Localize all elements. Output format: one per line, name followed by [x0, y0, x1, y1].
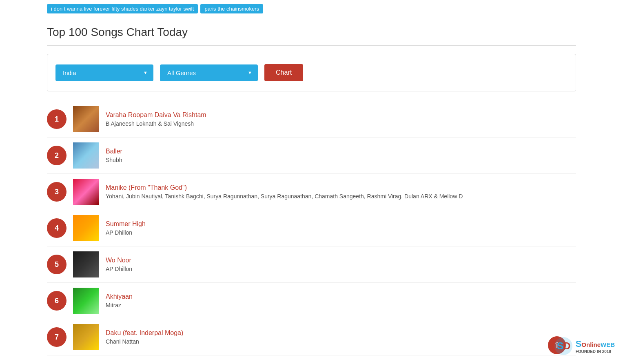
logo-web: WEB [601, 341, 615, 348]
song-rank: 5 [47, 255, 67, 274]
table-row: 6 Akhiyaan Mitraz [47, 283, 576, 319]
song-info: Varaha Roopam Daiva Va Rishtam B Ajanees… [106, 111, 576, 127]
logo-founded: FOUNDED IN 2018 [576, 349, 615, 354]
tags-bar: i don t wanna live forever fifty shades … [0, 0, 623, 18]
genre-select[interactable]: All GenresPopRockHip HopR&BCountryElectr… [160, 64, 258, 81]
chart-button[interactable]: Chart [264, 64, 303, 81]
song-artist: Mitraz [106, 302, 576, 309]
song-title[interactable]: Varaha Roopam Daiva Va Rishtam [106, 111, 576, 119]
song-thumbnail [73, 324, 99, 350]
page-title: Top 100 Songs Chart Today [47, 26, 576, 39]
site-logo: S D SOnlineWEB FOUNDED IN 2018 [554, 336, 615, 356]
divider [47, 45, 576, 46]
song-rank: 6 [47, 291, 67, 311]
table-row: 4 Summer High AP Dhillon [47, 210, 576, 246]
song-title[interactable]: Baller [106, 148, 576, 155]
song-rank: 7 [47, 327, 67, 347]
song-rank: 1 [47, 109, 67, 129]
song-info: Wo Noor AP Dhillon [106, 257, 576, 272]
song-artist: Shubh [106, 157, 576, 163]
song-artist: AP Dhillon [106, 229, 576, 236]
song-title[interactable]: Daku (feat. Inderpal Moga) [106, 329, 576, 337]
song-rank: 2 [47, 146, 67, 165]
main-content: Top 100 Songs Chart Today IndiaUSAUKAust… [0, 18, 623, 364]
song-rank: 3 [47, 182, 67, 202]
song-thumbnail [73, 251, 99, 277]
tag-item[interactable]: paris the chainsmokers [200, 4, 263, 13]
filter-box: IndiaUSAUKAustraliaCanada All GenresPopR… [47, 54, 576, 91]
song-info: Akhiyaan Mitraz [106, 293, 576, 309]
song-thumbnail [73, 288, 99, 314]
song-artist: AP Dhillon [106, 266, 576, 272]
song-title[interactable]: Manike (From "Thank God") [106, 184, 576, 191]
song-rank: 4 [47, 218, 67, 238]
song-artist: Chani Nattan [106, 338, 576, 345]
table-row: 3 Manike (From "Thank God") Yohani, Jubi… [47, 174, 576, 210]
song-artist: B Ajaneesh Loknath & Sai Vignesh [106, 120, 576, 127]
song-title[interactable]: Akhiyaan [106, 293, 576, 300]
logo-sd: S [576, 339, 582, 349]
song-thumbnail [73, 106, 99, 132]
song-info: Baller Shubh [106, 148, 576, 163]
table-row: 2 Baller Shubh [47, 138, 576, 174]
svg-text:S: S [557, 340, 563, 351]
song-info: Summer High AP Dhillon [106, 220, 576, 236]
songs-list: 1 Varaha Roopam Daiva Va Rishtam B Ajane… [47, 101, 576, 355]
table-row: 1 Varaha Roopam Daiva Va Rishtam B Ajane… [47, 101, 576, 138]
table-row: 7 Daku (feat. Inderpal Moga) Chani Natta… [47, 319, 576, 355]
song-thumbnail [73, 179, 99, 205]
song-title[interactable]: Wo Noor [106, 257, 576, 264]
table-row: 5 Wo Noor AP Dhillon [47, 246, 576, 283]
song-title[interactable]: Summer High [106, 220, 576, 228]
song-info: Daku (feat. Inderpal Moga) Chani Nattan [106, 329, 576, 345]
country-select[interactable]: IndiaUSAUKAustraliaCanada [55, 64, 153, 81]
country-select-wrapper[interactable]: IndiaUSAUKAustraliaCanada [55, 64, 153, 81]
logo-icon: S D [554, 336, 573, 356]
song-info: Manike (From "Thank God") Yohani, Jubin … [106, 184, 576, 200]
song-artist: Yohani, Jubin Nautiyal, Tanishk Bagchi, … [106, 193, 576, 200]
svg-text:D: D [563, 340, 570, 351]
song-thumbnail [73, 215, 99, 241]
genre-select-wrapper[interactable]: All GenresPopRockHip HopR&BCountryElectr… [160, 64, 258, 81]
song-thumbnail [73, 142, 99, 169]
tag-item[interactable]: i don t wanna live forever fifty shades … [47, 4, 198, 13]
logo-online: Online [581, 341, 601, 348]
